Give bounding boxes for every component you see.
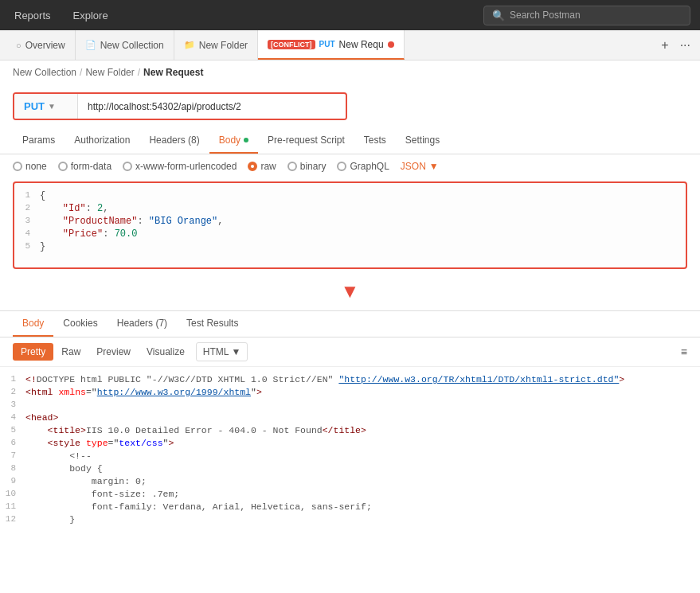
tab-new-folder-label: New Folder [199,40,248,51]
url-input[interactable] [78,95,346,119]
conflict-badge: [CONFLICT] [268,40,315,49]
resp-tab-cookies[interactable]: Cookies [53,311,107,337]
resp-line-3: 3 [0,399,700,412]
resp-line-5: 5 <title>IIS 10.0 Detailed Error - 404.0… [0,424,700,437]
json-label: JSON [401,161,426,172]
request-body-editor[interactable]: 1 { 2 "Id": 2, 3 "ProductName": "BIG Ora… [13,181,687,269]
code-content-1: { [40,190,45,201]
resp-body-label: Body [22,318,44,329]
tabs-actions: + ··· [658,37,694,54]
collection-icon: 📄 [85,40,96,50]
unsaved-dot [388,41,394,48]
req-tab-settings[interactable]: Settings [396,128,449,154]
fmt-pretty[interactable]: Pretty [13,343,53,361]
resp-line-8: 8 body { [0,462,700,475]
line-num-2: 2 [14,203,40,213]
none-label: none [25,161,47,172]
req-tab-headers[interactable]: Headers (8) [139,128,209,154]
fmt-raw[interactable]: Raw [53,343,88,361]
tab-new-collection-label: New Collection [100,40,164,51]
raw-label: Raw [61,346,80,357]
breadcrumb: New Collection / New Folder / New Reques… [0,60,700,84]
tab-new-collection[interactable]: 📄 New Collection [76,30,174,60]
body-type-none[interactable]: none [13,161,47,172]
resp-tab-body[interactable]: Body [13,311,53,337]
fmt-visualize[interactable]: Visualize [139,343,193,361]
format-type-select[interactable]: HTML ▼ [196,342,248,361]
reports-nav[interactable]: Reports [10,6,56,25]
tab-overview[interactable]: ○ Overview [6,30,76,60]
resp-line-2: 2 <html xmlns="http://www.w3.org/1999/xh… [0,386,700,399]
resp-line-11: 11 font-family: Verdana, Arial, Helvetic… [0,501,700,513]
resp-headers-label: Headers (7) [117,318,167,329]
request-bar-container: PUT ▼ [0,84,700,128]
response-format-bar: Pretty Raw Preview Visualize HTML ▼ ≡ [0,337,700,367]
resp-test-results-label: Test Results [186,318,238,329]
params-label: Params [22,135,55,146]
method-chevron-icon: ▼ [48,102,56,111]
visualize-label: Visualize [147,346,185,357]
settings-label: Settings [405,135,440,146]
request-tabs: Params Authorization Headers (8) Body Pr… [0,128,700,154]
body-active-dot [244,138,248,142]
line-num-1: 1 [14,190,40,200]
resp-line-7: 7 <!-- [0,450,700,462]
graphql-label: GraphQL [350,161,389,172]
code-content-5: } [40,241,45,252]
none-radio [13,162,22,171]
explore-nav[interactable]: Explore [68,6,113,25]
req-tab-pre-request[interactable]: Pre-request Script [258,128,354,154]
body-type-binary[interactable]: binary [287,161,327,172]
method-label: PUT [24,100,45,112]
req-tab-tests[interactable]: Tests [354,128,396,154]
line-num-3: 3 [14,216,40,225]
tab-new-request-label: New Requ [339,39,384,50]
folder-icon: 📁 [184,40,195,50]
req-tab-body[interactable]: Body [209,128,258,154]
binary-radio [287,162,297,171]
body-types: none form-data x-www-form-urlencoded raw… [0,154,700,178]
code-content-4: "Price": 70.0 [40,228,137,240]
tests-label: Tests [364,135,386,146]
body-type-raw[interactable]: raw [248,161,276,172]
preview-label: Preview [96,346,131,357]
breadcrumb-current: New Request [143,67,203,78]
code-line-3: 3 "ProductName": "BIG Orange", [14,215,686,228]
code-line-4: 4 "Price": 70.0 [14,228,686,240]
json-chevron-icon: ▼ [429,161,439,172]
body-type-form-data[interactable]: form-data [58,161,111,172]
code-content-2: "Id": 2, [40,203,108,214]
add-tab-button[interactable]: + [658,37,671,54]
tab-overview-label: Overview [25,40,65,51]
wrap-icon[interactable]: ≡ [681,345,687,358]
raw-radio [248,162,257,171]
req-tab-authorization[interactable]: Authorization [65,128,139,154]
search-bar[interactable]: 🔍 Search Postman [483,6,690,25]
breadcrumb-sep-1: / [80,67,82,78]
fmt-preview[interactable]: Preview [88,343,139,361]
breadcrumb-folder[interactable]: New Folder [85,67,134,78]
binary-label: binary [300,161,327,172]
tab-new-request[interactable]: [CONFLICT] PUT New Requ [258,30,405,60]
breadcrumb-sep-2: / [138,67,140,78]
code-line-5: 5 } [14,240,686,253]
resp-line-10: 10 font-size: .7em; [0,488,700,501]
format-chevron-icon: ▼ [232,346,241,357]
req-tab-params[interactable]: Params [13,128,65,154]
pre-request-label: Pre-request Script [268,135,345,146]
resp-tab-test-results[interactable]: Test Results [177,311,248,337]
line-num-5: 5 [14,241,40,251]
method-badge: PUT [319,40,335,49]
search-placeholder: Search Postman [510,10,581,21]
more-tabs-button[interactable]: ··· [677,37,694,54]
resp-tab-headers[interactable]: Headers (7) [108,311,177,337]
method-select[interactable]: PUT ▼ [14,94,78,119]
code-line-1: 1 { [14,189,686,202]
body-type-graphql[interactable]: GraphQL [337,161,389,172]
breadcrumb-collection[interactable]: New Collection [13,67,76,78]
tab-new-folder[interactable]: 📁 New Folder [174,30,258,60]
top-nav: Reports Explore 🔍 Search Postman [0,0,700,30]
resp-line-9: 9 margin: 0; [0,475,700,488]
body-type-urlencoded[interactable]: x-www-form-urlencoded [123,161,237,172]
json-format-dropdown[interactable]: JSON ▼ [401,161,439,172]
